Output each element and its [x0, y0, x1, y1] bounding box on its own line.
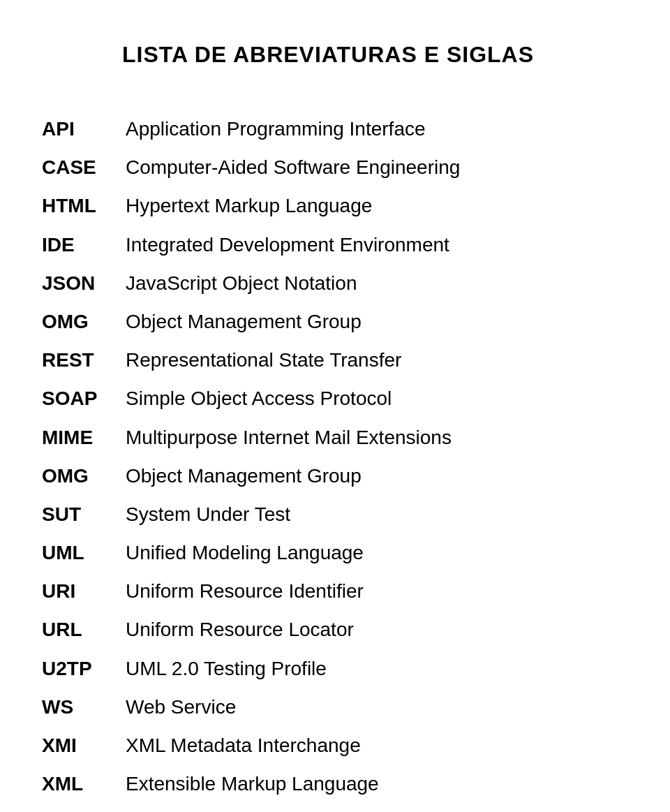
abbreviation: HTML — [42, 186, 126, 225]
table-row: URLUniform Resource Locator — [42, 610, 614, 649]
abbreviation: SUT — [42, 495, 126, 533]
abbreviation: XML — [42, 765, 126, 803]
abbreviations-table: APIApplication Programming InterfaceCASE… — [42, 110, 614, 803]
abbreviation: MIME — [42, 418, 126, 457]
table-row: OMGObject Management Group — [42, 302, 614, 341]
definition: Multipurpose Internet Mail Extensions — [126, 418, 614, 457]
abbreviation: OMG — [42, 457, 126, 495]
definition: UML 2.0 Testing Profile — [126, 649, 614, 688]
table-row: XMLExtensible Markup Language — [42, 765, 614, 803]
table-row: CASEComputer-Aided Software Engineering — [42, 148, 614, 186]
definition: Representational State Transfer — [126, 341, 614, 379]
definition: XML Metadata Interchange — [126, 726, 614, 765]
definition: Application Programming Interface — [126, 110, 614, 148]
definition: Hypertext Markup Language — [126, 186, 614, 225]
definition: Unified Modeling Language — [126, 533, 614, 572]
abbreviation: CASE — [42, 148, 126, 186]
definition: Simple Object Access Protocol — [126, 379, 614, 418]
table-row: WSWeb Service — [42, 688, 614, 726]
abbreviation: JSON — [42, 264, 126, 302]
abbreviation: WS — [42, 688, 126, 726]
table-row: JSONJavaScript Object Notation — [42, 264, 614, 302]
definition: Extensible Markup Language — [126, 765, 614, 803]
table-row: SUTSystem Under Test — [42, 495, 614, 533]
definition: System Under Test — [126, 495, 614, 533]
definition: Uniform Resource Locator — [126, 610, 614, 649]
definition: Object Management Group — [126, 457, 614, 495]
page-title: LISTA DE ABREVIATURAS E SIGLAS — [42, 42, 614, 68]
abbreviation: API — [42, 110, 126, 148]
abbreviation: URL — [42, 610, 126, 649]
definition: Integrated Development Environment — [126, 226, 614, 264]
definition: Object Management Group — [126, 302, 614, 341]
table-row: SOAPSimple Object Access Protocol — [42, 379, 614, 418]
definition: Computer-Aided Software Engineering — [126, 148, 614, 186]
abbreviation: REST — [42, 341, 126, 379]
table-row: OMGObject Management Group — [42, 457, 614, 495]
abbreviation: U2TP — [42, 649, 126, 688]
table-row: MIMEMultipurpose Internet Mail Extension… — [42, 418, 614, 457]
table-row: UMLUnified Modeling Language — [42, 533, 614, 572]
table-row: HTMLHypertext Markup Language — [42, 186, 614, 225]
abbreviation: SOAP — [42, 379, 126, 418]
definition: JavaScript Object Notation — [126, 264, 614, 302]
table-row: URIUniform Resource Identifier — [42, 572, 614, 610]
abbreviation: UML — [42, 533, 126, 572]
table-row: XMIXML Metadata Interchange — [42, 726, 614, 765]
table-row: U2TPUML 2.0 Testing Profile — [42, 649, 614, 688]
table-row: RESTRepresentational State Transfer — [42, 341, 614, 379]
table-row: APIApplication Programming Interface — [42, 110, 614, 148]
abbreviation: IDE — [42, 226, 126, 264]
definition: Web Service — [126, 688, 614, 726]
abbreviation: XMI — [42, 726, 126, 765]
table-row: IDEIntegrated Development Environment — [42, 226, 614, 264]
abbreviation: OMG — [42, 302, 126, 341]
definition: Uniform Resource Identifier — [126, 572, 614, 610]
abbreviation: URI — [42, 572, 126, 610]
